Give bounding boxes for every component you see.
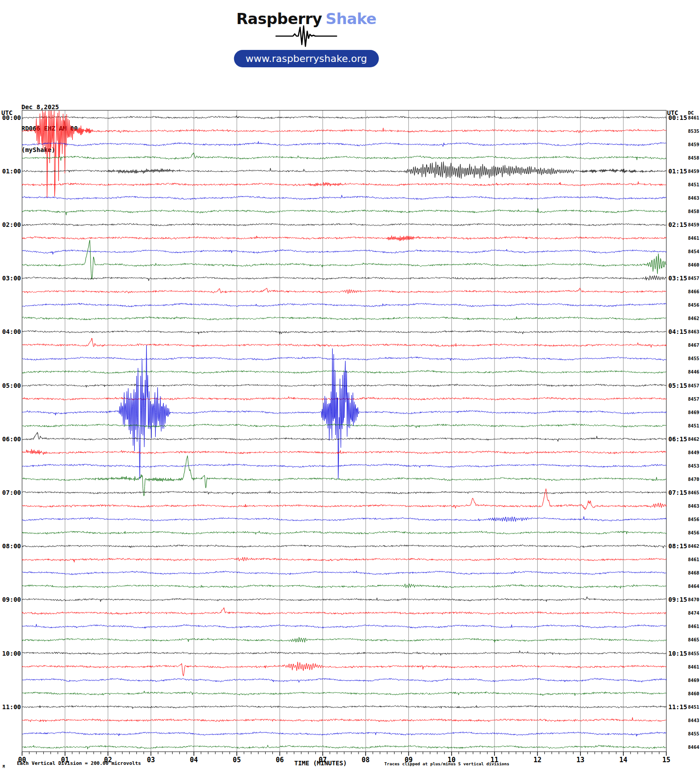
seismogram-trace: [22, 584, 667, 589]
row-time-label-left: 05:00: [2, 382, 21, 389]
row-time-label-right: 01:15: [668, 168, 687, 175]
seismogram-trace: [22, 275, 667, 281]
seismogram-trace: [22, 195, 667, 200]
row-dc-value: 8535: [688, 128, 699, 134]
seismogram-trace: [22, 517, 667, 522]
plot-border: [22, 111, 667, 752]
seismogram-trace: [22, 162, 667, 179]
row-dc-value: 8462: [688, 543, 699, 549]
row-dc-value: 8455: [688, 731, 699, 736]
row-dc-value: 8458: [688, 155, 699, 160]
row-time-label-right: 11:15: [668, 703, 687, 710]
row-dc-value: 8456: [688, 530, 699, 535]
row-dc-value: 8459: [688, 222, 699, 227]
row-dc-value: 8449: [688, 450, 699, 455]
x-tick-label: 14: [619, 756, 627, 764]
seismogram-trace: [22, 545, 667, 548]
seismogram-trace: [22, 557, 667, 562]
row-dc-value: 8474: [688, 610, 699, 616]
row-dc-value: 8451: [688, 182, 699, 187]
seismogram-trace: [22, 153, 667, 161]
seismogram-trace: [22, 424, 667, 428]
seismogram-trace: [22, 345, 667, 479]
row-time-label-left: 08:00: [2, 542, 21, 550]
row-dc-value: 8461: [688, 115, 699, 120]
seismogram-trace: [22, 678, 667, 682]
row-dc-value: 8461: [688, 557, 699, 562]
row-time-label-left: 00:00: [2, 114, 21, 121]
row-dc-value: 8453: [688, 463, 699, 468]
seismogram-trace: [22, 691, 667, 696]
row-dc-value: 8461: [688, 624, 699, 629]
row-dc-value: 8469: [688, 410, 699, 415]
row-dc-value: 8451: [688, 423, 699, 428]
row-dc-value: 8456: [688, 302, 699, 308]
seismogram-trace: [22, 236, 667, 241]
row-dc-value: 8463: [688, 503, 699, 509]
row-dc-value: 8457: [688, 275, 699, 281]
row-dc-value: 8470: [688, 476, 699, 482]
seismogram-trace: [22, 209, 667, 215]
row-time-label-left: 10:00: [2, 650, 21, 657]
x-tick-label: 15: [662, 756, 670, 764]
row-dc-value: 8464: [688, 583, 699, 589]
seismogram-trace: [22, 464, 667, 468]
row-dc-value: 8469: [688, 678, 699, 683]
seismogram-trace: [22, 449, 667, 455]
row-time-label-left: 03:00: [2, 275, 21, 282]
x-tick-label: 13: [576, 756, 585, 764]
row-time-label-right: 09:15: [668, 596, 687, 603]
seismogram-trace: [22, 357, 667, 361]
seismogram-trace: [22, 316, 667, 320]
seismogram-trace: [22, 456, 667, 496]
row-dc-value: 8456: [688, 517, 699, 522]
row-time-label-right: 05:15: [668, 382, 687, 389]
row-dc-value: 8467: [688, 342, 699, 348]
seismogram-trace: [22, 597, 667, 602]
row-time-label-left: 04:00: [2, 328, 21, 335]
vertical-scale-note: Each Vertical Division = 200.00 microvol…: [17, 760, 141, 766]
seismogram-trace: [22, 571, 667, 575]
seismogram-trace: [22, 115, 667, 119]
x-tick-label: 04: [190, 756, 198, 764]
seismogram-trace: [22, 531, 667, 534]
row-time-label-left: 07:00: [2, 489, 21, 496]
seismogram-trace: [22, 637, 667, 643]
row-dc-value: 8463: [688, 329, 699, 334]
row-dc-value: 8461: [688, 664, 699, 669]
seismogram-trace: [22, 732, 667, 737]
row-time-label-right: 04:15: [668, 328, 687, 335]
row-time-label-right: 03:15: [668, 275, 687, 282]
seismogram-trace: [22, 223, 667, 226]
x-tick-label: 06: [276, 756, 284, 764]
row-dc-value: 8466: [688, 289, 699, 294]
row-dc-value: 8460: [688, 691, 699, 696]
row-dc-value: 8464: [688, 744, 699, 750]
row-time-label-right: 07:15: [668, 489, 687, 496]
row-dc-value: 8460: [688, 262, 699, 267]
seismogram-trace: [22, 181, 667, 186]
row-dc-value: 8458: [688, 209, 699, 214]
seismogram-trace: [22, 624, 667, 628]
row-dc-value: 8465: [688, 490, 699, 495]
seismogram-trace: [22, 240, 667, 279]
x-tick-label: 03: [147, 756, 155, 764]
seismogram-trace: [22, 249, 667, 254]
seismogram-trace: [22, 288, 667, 294]
row-time-label-right: 06:15: [668, 435, 687, 443]
row-dc-value: 8455: [688, 651, 699, 656]
row-dc-value: 8463: [688, 195, 699, 201]
row-time-label-right: 08:15: [668, 542, 687, 550]
seismogram-trace: [22, 662, 667, 676]
row-dc-value: 8443: [688, 718, 699, 723]
helicorder-page: RaspberryShake www.raspberryshake.org De…: [0, 0, 700, 772]
seismogram-trace: [22, 111, 667, 198]
seismogram-trace: [22, 491, 667, 495]
row-dc-value: 8457: [688, 383, 699, 388]
seismogram-trace: [22, 718, 667, 722]
row-dc-value: 8454: [688, 249, 699, 254]
seismogram-trace: [22, 706, 667, 709]
row-dc-value: 8455: [688, 356, 699, 361]
row-time-label-left: 01:00: [2, 168, 21, 175]
x-axis-label: TIME (MINUTES): [294, 760, 347, 767]
